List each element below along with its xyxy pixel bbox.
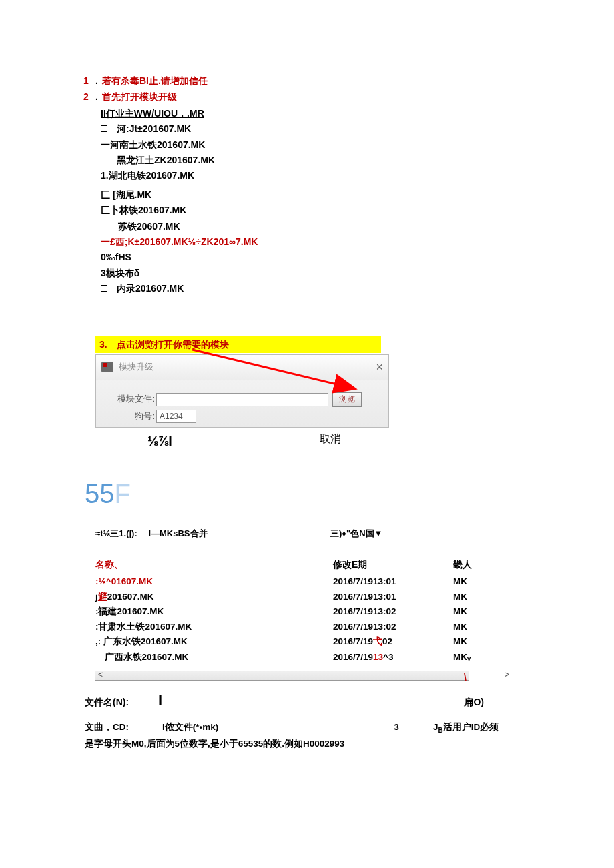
file-name: ,: 广东水铁201607.MK: [95, 634, 333, 649]
file-type: MK: [453, 620, 503, 634]
file-row[interactable]: :甘肃水土铁201607.MK 2016/7/1913:02 MK: [95, 620, 503, 634]
filetype-row: 文曲，CD: I侬文件(*•mk) 3 JB活用户ID必须: [85, 720, 531, 736]
note-right: JB活用户ID必须: [433, 720, 499, 736]
file-type: MK: [453, 574, 503, 589]
list-item: 匚 [湖尾.MK: [101, 187, 531, 202]
step-num: 2: [83, 89, 95, 104]
list-item: 1.湖北电铁201607.MK: [101, 168, 531, 183]
item-text: 河:Jt±201607.MK: [117, 121, 191, 136]
step-3-header: 3. 点击浏览打开你需要的模块: [95, 336, 381, 352]
module-file-input[interactable]: [156, 393, 328, 406]
toolbar-right: 三)♦"色N国▼: [330, 527, 382, 541]
file-type: MK: [453, 634, 503, 649]
scroll-left-icon[interactable]: <: [98, 669, 103, 681]
dialog-body: 模块文件: 浏览 狗号:: [96, 380, 388, 432]
toolbar-left: ≈t⅛三1.(|): I—MKsBS合并: [95, 527, 330, 541]
file-row[interactable]: :福建201607.MK 2016/7/1913:02 MK: [95, 604, 503, 619]
filename-label: 文件名(N):: [85, 695, 158, 709]
step-2: 2 . 首先打开模块开级: [83, 89, 531, 104]
list-item: II仃业主WW/UIOU，.MR: [101, 106, 531, 121]
list-item: 3模块布δ: [101, 266, 531, 280]
list-item: 内录201607.MK: [101, 281, 531, 296]
filename-row: 文件名(N): I 扁O): [85, 689, 531, 712]
file-date: 2016/7/19弋02: [333, 634, 453, 649]
scroll-track[interactable]: < \ >: [95, 671, 469, 681]
checkbox-icon: [101, 125, 107, 132]
num-55: 55: [85, 479, 115, 508]
file-row[interactable]: ,: 广东水铁201607.MK 2016/7/19弋02 MK: [95, 634, 503, 649]
list-item-red: 一£西;K±201607.MK⅛÷ZK201∞7.MK: [101, 234, 531, 249]
dialog-bottom-row: ⅛⅞I 取消: [95, 430, 389, 452]
item-text: 3模块布δ: [101, 266, 139, 280]
scrollbar[interactable]: < \ >: [95, 671, 469, 681]
item-text: 内录201607.MK: [117, 281, 184, 296]
scroll-right-icon[interactable]: >: [505, 669, 509, 681]
mid-num: 3: [360, 720, 433, 735]
module-file-row: 模块文件: 浏览: [112, 392, 379, 407]
step-3-section: 3. 点击浏览打开你需要的模块 模块升级 × 模块文件: 浏览 狗号:: [95, 336, 531, 427]
browse-button[interactable]: 浏览: [332, 392, 362, 407]
item-text: 一河南土水铁201607.MK: [101, 137, 205, 152]
col-name[interactable]: 名称、: [95, 557, 333, 572]
file-name: 广西水铁201607.MK: [95, 650, 333, 665]
dialog-title: 模块升级: [119, 360, 154, 374]
dog-id-input[interactable]: [156, 410, 196, 423]
step-1: 1 . 若有杀毒BI止.请增加信任: [83, 73, 531, 88]
file-name: :福建201607.MK: [95, 604, 333, 619]
file-date: 2016/7/1913:01: [333, 590, 453, 604]
file-date: 2016/7/1913^3: [333, 650, 453, 665]
note-line-2: 是字母开头M0,后面为5位数字,是小于65535的数.例如H0002993: [85, 737, 531, 751]
dog-id-row: 狗号:: [112, 410, 379, 424]
file-row[interactable]: :⅛^01607.MK 2016/7/1913:01 MK: [95, 574, 503, 589]
scroll-slash: \: [464, 670, 467, 685]
open-button[interactable]: 扁O): [464, 695, 484, 709]
file-date: 2016/7/1913:02: [333, 620, 453, 634]
file-table: 名称、 修改E期 畿人 :⅛^01607.MK 2016/7/1913:01 M…: [95, 557, 503, 665]
close-button[interactable]: ×: [376, 358, 383, 377]
item-text: II仃业主WW/UIOU，.MR: [101, 106, 204, 121]
file-type: MK: [453, 604, 503, 619]
dog-id-label: 狗号:: [112, 410, 155, 424]
file-date: 2016/7/1913:01: [333, 574, 453, 589]
toolbar-row: ≈t⅛三1.(|): I—MKsBS合并 三)♦"色N国▼: [95, 527, 531, 541]
dialog-titlebar: 模块升级 ×: [96, 355, 388, 380]
item-text: 苏铁20607.MK: [118, 219, 180, 234]
step-list: 1 . 若有杀毒BI止.请增加信任 2 . 首先打开模块开级 II仃业主WW/U…: [83, 73, 531, 296]
dot: .: [95, 89, 98, 104]
list-item: 黑龙江土ZK201607.MK: [101, 153, 531, 167]
col-date[interactable]: 修改E期: [333, 557, 453, 572]
dialog-app-icon: [101, 362, 113, 372]
list-item: 苏铁20607.MK: [101, 219, 531, 234]
list-item: 河:Jt±201607.MK: [101, 121, 531, 136]
item-text: 一£西;K±201607.MK⅛÷ZK201∞7.MK: [101, 234, 258, 249]
step-text: 若有杀毒BI止.请增加信任: [102, 73, 208, 88]
col-type[interactable]: 畿人: [453, 557, 503, 572]
list-item: 一河南土水铁201607.MK: [101, 137, 531, 152]
module-list: II仃业主WW/UIOU，.MR 河:Jt±201607.MK 一河南土水铁20…: [83, 106, 531, 296]
file-name: :⅛^01607.MK: [95, 574, 333, 589]
file-date: 2016/7/1913:02: [333, 604, 453, 619]
cancel-button[interactable]: 取消: [320, 430, 341, 452]
item-text: 匚 [湖尾.MK: [101, 187, 151, 202]
checkbox-icon: [101, 157, 107, 163]
heading-55f: 55F: [85, 472, 531, 515]
item-text: 黑龙江土ZK201607.MK: [117, 153, 215, 167]
item-text: 匚卜林铁201607.MK: [101, 203, 186, 218]
filename-input[interactable]: I: [158, 689, 162, 712]
step-num: 1: [83, 73, 95, 88]
dot: .: [95, 73, 98, 88]
file-row[interactable]: 广西水铁201607.MK 2016/7/1913^3 MKᵥ: [95, 650, 503, 665]
filetype-label: 文曲，CD:: [85, 720, 162, 735]
list-item: 匚卜林铁201607.MK: [101, 203, 531, 218]
step-text: 首先打开模块开级: [102, 89, 177, 104]
item-text: 0‰fHS: [101, 250, 131, 264]
module-file-label: 模块文件:: [112, 392, 155, 406]
file-type: MKᵥ: [453, 650, 503, 665]
file-row[interactable]: j避201607.MK 2016/7/1913:01 MK: [95, 590, 503, 604]
item-text: 1.湖北电铁201607.MK: [101, 168, 194, 183]
ok-button[interactable]: ⅛⅞I: [147, 430, 258, 452]
file-name: :甘肃水土铁201607.MK: [95, 620, 333, 634]
list-item: 0‰fHS: [101, 250, 531, 264]
file-name: j避201607.MK: [95, 590, 333, 604]
filetype-select[interactable]: I侬文件(*•mk): [162, 720, 360, 735]
